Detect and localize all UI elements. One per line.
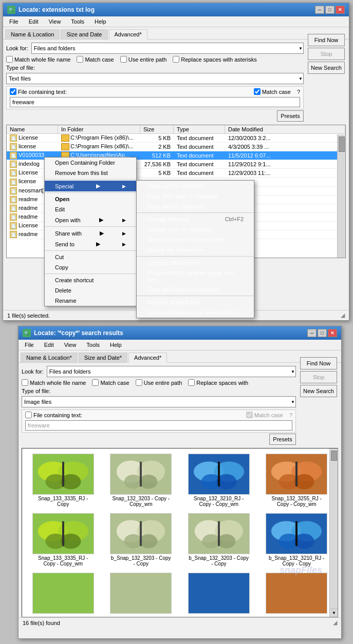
- context-copy-md5[interactable]: Copy MD5 sums to clipboard: [137, 284, 254, 295]
- file-match-case2-label[interactable]: Match case: [246, 412, 283, 418]
- menu2-file[interactable]: File: [21, 341, 38, 349]
- scrollbar-v[interactable]: [337, 134, 345, 258]
- context-create-shortcut[interactable]: Create shortcut: [45, 275, 136, 285]
- context-copy-data[interactable]: Copy data to clipboard: [137, 201, 254, 211]
- menu-edit[interactable]: Edit: [25, 17, 43, 26]
- new-search-button[interactable]: New Search: [308, 62, 345, 74]
- context-compute-md5-equal[interactable]: Compute MD5 sums for equal size files: [137, 268, 254, 284]
- scrollbar-thumb[interactable]: [339, 136, 345, 152]
- minimize-button-2[interactable]: ─: [307, 329, 317, 337]
- match-case2-checkbox[interactable]: [92, 379, 99, 386]
- help-icon[interactable]: ?: [297, 89, 300, 95]
- file-match-case2-checkbox[interactable]: [246, 412, 253, 418]
- match-whole-name2-label[interactable]: Match whole file name: [22, 379, 86, 386]
- col-size[interactable]: Size: [140, 125, 174, 133]
- minimize-button[interactable]: ─: [315, 6, 324, 14]
- list-item[interactable]: Snap_132_3203 - Copy - Copy_wm: [104, 453, 178, 508]
- col-date[interactable]: Date Modified: [225, 125, 345, 133]
- context-copy-short-path[interactable]: Copy short path to clipboard: [137, 191, 254, 201]
- list-item[interactable]: b_Snap_132_3210_RJ - Copy - Copy: [260, 512, 334, 568]
- list-item[interactable]: Snap_132_3255_RJ - Copy - Copy_wm: [260, 453, 334, 508]
- list-item[interactable]: Snap_133_3335_RJ - Copy: [26, 453, 100, 508]
- match-whole-name-checkbox[interactable]: [6, 56, 13, 63]
- match-case-checkbox[interactable]: [77, 56, 83, 63]
- scrollbar2-thumb[interactable]: [331, 451, 337, 461]
- context-open-containing-folder[interactable]: Open Containing Folder: [45, 158, 136, 168]
- stop-button[interactable]: Stop: [308, 48, 345, 60]
- replace-spaces2-checkbox[interactable]: [188, 379, 195, 386]
- list-item[interactable]: [260, 572, 334, 616]
- stop-button2[interactable]: Stop: [300, 371, 337, 383]
- maximize-button-2[interactable]: □: [318, 329, 327, 337]
- context-compute-md5[interactable]: Compute MD5 sums: [137, 258, 254, 268]
- close-button[interactable]: ✕: [336, 6, 345, 14]
- col-type[interactable]: Type: [174, 125, 225, 133]
- match-case-label[interactable]: Match case: [77, 56, 114, 63]
- file-text-input2[interactable]: [25, 420, 292, 431]
- replace-spaces-label[interactable]: Replace spaces with asterisks: [173, 56, 256, 63]
- close-button-2[interactable]: ✕: [328, 329, 337, 337]
- menu2-view[interactable]: View: [60, 341, 81, 349]
- col-folder[interactable]: In Folder: [58, 125, 140, 133]
- presets-button2[interactable]: Presets: [269, 434, 296, 445]
- context-update-file-info[interactable]: Update file information: [137, 245, 254, 255]
- tab2-size-date[interactable]: Size and Date*: [79, 353, 127, 362]
- look-for-select[interactable]: Files and folders: [31, 43, 304, 54]
- context-cut[interactable]: Cut: [45, 252, 136, 262]
- menu-tools[interactable]: Tools: [67, 17, 88, 26]
- file-text-input[interactable]: [10, 97, 300, 107]
- context-show-total-size[interactable]: Show total size of selected files: [137, 235, 254, 245]
- menu-file[interactable]: File: [5, 17, 23, 26]
- type-of-file-select[interactable]: Text files: [6, 73, 304, 84]
- context-update-database[interactable]: Update database(s) of selected file(s): [137, 307, 254, 318]
- tab-advanced[interactable]: Advanced*: [109, 29, 147, 40]
- use-entire-path2-label[interactable]: Use entire path: [136, 379, 182, 386]
- list-item[interactable]: Snap_133_3335_RJ - Copy - Copy_wm: [26, 512, 100, 568]
- context-delete[interactable]: Delete: [45, 285, 136, 296]
- help2-icon[interactable]: ?: [289, 412, 292, 418]
- context-open[interactable]: Open: [45, 194, 136, 204]
- use-entire-path-label[interactable]: Use entire path: [120, 56, 167, 63]
- menu2-help[interactable]: Help: [106, 341, 126, 349]
- tab2-advanced[interactable]: Advanced*: [128, 353, 167, 363]
- menu2-tools[interactable]: Tools: [82, 341, 104, 349]
- file-containing-text2-label[interactable]: File containing text:: [25, 412, 82, 418]
- find-now-button[interactable]: Find Now: [308, 34, 345, 46]
- file-containing-text2-checkbox[interactable]: [25, 412, 32, 418]
- menu2-edit[interactable]: Edit: [40, 341, 58, 349]
- menu-view[interactable]: View: [45, 17, 65, 26]
- list-item[interactable]: [104, 572, 178, 616]
- context-change-filename[interactable]: Change filename Ctrl+F2: [137, 214, 254, 224]
- list-item[interactable]: [182, 572, 256, 616]
- context-remove-deleted[interactable]: Remove deleted files: [137, 297, 254, 307]
- scrollbar2-down[interactable]: ▼: [330, 609, 338, 617]
- type-of-file-select2[interactable]: Image files: [22, 396, 296, 407]
- use-entire-path-checkbox[interactable]: [120, 56, 127, 63]
- file-match-case-label[interactable]: Match case: [254, 88, 291, 95]
- context-edit[interactable]: Edit: [45, 204, 136, 214]
- tab2-name-location[interactable]: Name & Location*: [21, 353, 78, 362]
- new-search-button2[interactable]: New Search: [300, 385, 337, 397]
- replace-spaces-checkbox[interactable]: [173, 56, 179, 63]
- tab-size-date[interactable]: Size and Date: [61, 29, 107, 39]
- list-item[interactable]: [26, 572, 100, 616]
- context-remove-from-list[interactable]: Remove from this list: [45, 168, 136, 178]
- match-whole-name-label[interactable]: Match whole file name: [6, 56, 70, 63]
- list-item[interactable]: Snap_132_3210_RJ - Copy - Copy_wm: [182, 453, 256, 508]
- scrollbar2-v[interactable]: ▼: [329, 448, 338, 617]
- context-send-to[interactable]: Send to▶: [45, 239, 136, 249]
- file-match-case-checkbox[interactable]: [254, 88, 261, 95]
- context-share-with[interactable]: Share with▶: [45, 228, 136, 239]
- context-special[interactable]: Special ▶ Copy path to clipboard Copy sh…: [45, 181, 136, 191]
- file-containing-text-checkbox[interactable]: [10, 88, 16, 95]
- use-entire-path2-checkbox[interactable]: [136, 379, 142, 386]
- context-change-case[interactable]: Change case for filename: [137, 224, 254, 235]
- context-copy-path[interactable]: Copy path to clipboard: [137, 181, 254, 191]
- table-row[interactable]: 📄License C:\Program Files (x86)\... 5 KB…: [7, 134, 345, 143]
- presets-button[interactable]: Presets: [277, 110, 304, 122]
- match-whole-name2-checkbox[interactable]: [22, 379, 28, 386]
- col-name[interactable]: Name: [7, 125, 58, 133]
- tab-name-location[interactable]: Name & Location: [5, 29, 60, 39]
- list-item[interactable]: b_Snap_132_3203 - Copy - Copy: [182, 512, 256, 568]
- context-copy[interactable]: Copy: [45, 262, 136, 272]
